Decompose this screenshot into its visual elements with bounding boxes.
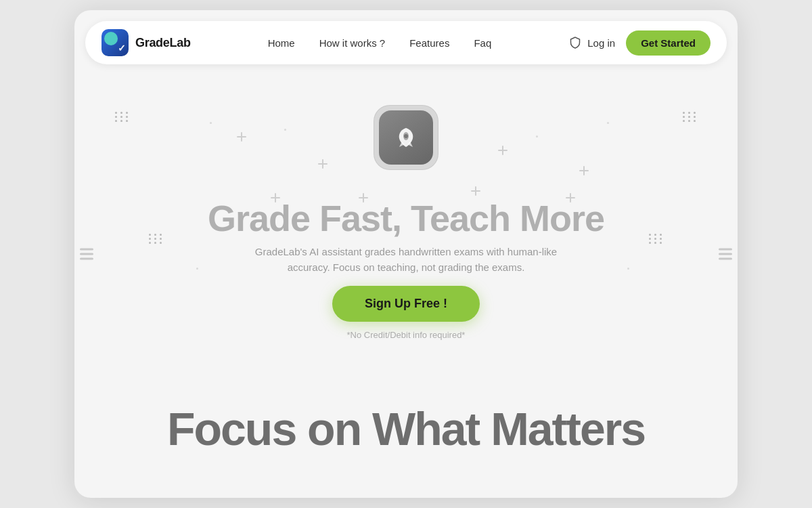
svg-point-1 bbox=[404, 134, 408, 138]
logo-icon bbox=[102, 29, 129, 56]
hero-subtext: GradeLab's AI assistant grades handwritt… bbox=[244, 245, 568, 275]
login-button[interactable]: Log in bbox=[568, 36, 615, 49]
nav-right: Log in Get Started bbox=[568, 30, 710, 56]
main-card: GradeLab Home How it works ? Features Fa… bbox=[74, 10, 738, 498]
logo-text: GradeLab bbox=[135, 36, 191, 50]
logo-area: GradeLab bbox=[102, 29, 191, 56]
no-cc-text: *No Credit/Debit info required* bbox=[347, 330, 466, 340]
rocket-icon bbox=[392, 124, 420, 151]
nav-faq[interactable]: Faq bbox=[474, 37, 491, 49]
nav-home[interactable]: Home bbox=[268, 37, 295, 49]
get-started-button[interactable]: Get Started bbox=[626, 30, 710, 56]
headline-secondary: Focus on What Matters bbox=[74, 404, 738, 454]
outer-wrapper: GradeLab Home How it works ? Features Fa… bbox=[0, 0, 812, 508]
app-icon bbox=[374, 105, 438, 170]
hero-section: Grade Fast, Teach More GradeLab's AI ass… bbox=[74, 78, 738, 498]
login-label: Log in bbox=[587, 37, 615, 49]
nav-how-it-works[interactable]: How it works ? bbox=[319, 37, 386, 49]
navbar: GradeLab Home How it works ? Features Fa… bbox=[85, 21, 727, 64]
shield-icon bbox=[568, 36, 582, 49]
nav-features[interactable]: Features bbox=[409, 37, 449, 49]
app-icon-inner bbox=[379, 110, 433, 165]
signup-button[interactable]: Sign Up Free ! bbox=[332, 286, 480, 322]
nav-links: Home How it works ? Features Faq bbox=[191, 37, 569, 49]
headline-primary: Grade Fast, Teach More bbox=[208, 197, 604, 239]
